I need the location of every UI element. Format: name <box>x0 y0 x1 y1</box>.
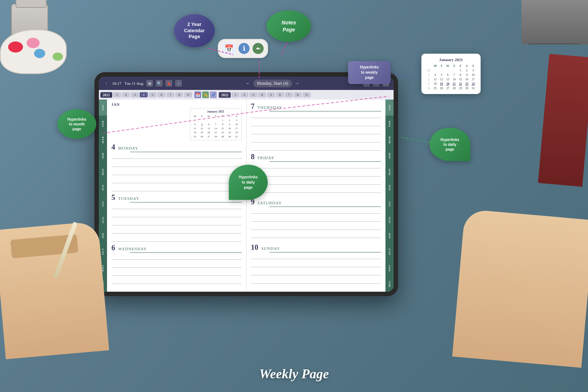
day-name-6: Wednesday <box>118 247 147 251</box>
day-entry-7: 7 Thursday <box>251 103 381 151</box>
mini-cal-title: January 2021 <box>192 110 240 113</box>
day-entry-10: 10 Sunday <box>251 244 381 287</box>
month-tab-r8[interactable]: 8 <box>294 92 302 97</box>
callout-daily-center-text: Hyperlinksto dailypage <box>239 175 258 190</box>
pen-icon[interactable]: ✒ <box>253 43 264 54</box>
day-number-7[interactable]: 7 <box>251 103 255 110</box>
mini-cal-popup-title: January 2021 <box>426 57 476 62</box>
month-tab-r1[interactable]: 1 <box>231 92 240 97</box>
day-number-4[interactable]: 4 <box>111 143 115 151</box>
info-icon[interactable]: ℹ <box>238 43 250 54</box>
month-tab-6[interactable]: 6 <box>157 92 166 97</box>
r-sidebar-apr[interactable]: APR <box>385 148 394 164</box>
month-tab-2[interactable]: 2 <box>122 92 130 97</box>
month-tab-7[interactable]: 7 <box>166 92 174 97</box>
bookmark-icon[interactable]: 🔖 <box>166 80 172 87</box>
sidebar-sep[interactable]: SEP <box>99 228 107 244</box>
year-tag-2021[interactable]: 2021 <box>100 92 112 98</box>
r-sidebar-aug[interactable]: AUG <box>385 212 394 228</box>
month-tab-5[interactable]: 5 <box>148 92 157 97</box>
sidebar-apr[interactable]: APR <box>99 148 107 164</box>
page-title: Weekly Page <box>259 366 329 382</box>
hand-right <box>452 209 588 368</box>
callout-daily-center-bubble: Hyperlinksto dailypage <box>229 165 268 200</box>
month-tab-1[interactable]: 1 <box>113 92 121 97</box>
day-name-9: Saturday <box>258 201 282 205</box>
r-sidebar-jun[interactable]: JUN <box>385 180 394 195</box>
month-tab-r3[interactable]: 3 <box>249 92 257 97</box>
topbar-date: Tue 11 Aug <box>124 81 143 86</box>
r-sidebar-dec[interactable]: DEC <box>385 276 394 292</box>
month-tab-r4[interactable]: 4 <box>258 92 266 97</box>
page-title-display[interactable]: Monday, Start (4) <box>253 80 292 87</box>
month-tab-r7[interactable]: 7 <box>285 92 293 97</box>
callout-daily-right-bubble: Hyperlinksto dailypage <box>430 128 470 161</box>
nav-back[interactable]: ‹ <box>103 80 109 86</box>
callout-monthly-text: Hyperlinksto monthpage <box>67 117 86 131</box>
month-tab-r2[interactable]: 2 <box>240 92 248 97</box>
calendar-icon[interactable]: 📅 <box>222 42 235 55</box>
day-number-10[interactable]: 10 <box>251 244 258 251</box>
month-tab-3[interactable]: 3 <box>131 92 139 97</box>
day-name-5: Tuesday <box>118 196 139 201</box>
day-number-8[interactable]: 8 <box>251 153 255 160</box>
sidebar-jun[interactable]: JUN <box>99 180 107 195</box>
stylus-left <box>53 221 78 278</box>
r-sidebar-feb[interactable]: FEB <box>385 115 394 131</box>
r-sidebar-sep[interactable]: SEP <box>385 228 394 244</box>
callout-monthly: Hyperlinksto monthpage <box>57 109 96 139</box>
day-entry-4: 4 Monday <box>111 143 242 191</box>
topbar-time: 16:17 <box>112 81 121 86</box>
day-number-5[interactable]: 5 <box>111 194 115 201</box>
callout-2year: 2 Year Calendar Page <box>174 14 215 47</box>
month-tab-r5[interactable]: 5 <box>267 92 275 97</box>
toolbar-icons-display: 📅 ℹ ✒ <box>218 39 268 58</box>
callout-monthly-bubble: Hyperlinksto monthpage <box>57 109 96 139</box>
sidebar-mar[interactable]: MAR <box>99 132 107 148</box>
search-icon[interactable]: 🔍 <box>156 80 163 87</box>
r-sidebar-may[interactable]: MAY <box>385 164 394 180</box>
tabs-row: 2021 1 2 3 4 5 6 7 8 9 📅 ✏️ 🖊️ 2022 1 2 … <box>99 90 394 100</box>
pen-tab-icon[interactable]: 🖊️ <box>210 91 217 98</box>
day-name-10: Sunday <box>261 246 280 251</box>
month-tab-8[interactable]: 8 <box>175 92 183 97</box>
r-sidebar-mar[interactable]: MAR <box>385 132 394 148</box>
month-tab-r9[interactable]: 9 <box>303 92 311 97</box>
callout-daily-right: Hyperlinksto dailypage <box>430 128 470 161</box>
art-supplies-area <box>0 0 104 81</box>
callout-daily-right-text: Hyperlinksto dailypage <box>440 137 459 152</box>
topbar-center: ← Monday, Start (4) → <box>246 80 300 87</box>
month-tab-4[interactable]: 4 <box>140 92 148 97</box>
day-entry-8: 8 Friday <box>251 153 381 196</box>
nav-fwd-arrow[interactable]: → <box>295 81 300 86</box>
r-sidebar-jan[interactable]: JAN <box>385 100 394 115</box>
r-sidebar-nov[interactable]: NOV <box>385 260 394 276</box>
grid-icon[interactable]: ⊞ <box>146 80 153 87</box>
callout-weekly-text: Hyperlinksto weeklypage <box>360 65 379 80</box>
paint-palette <box>0 30 67 74</box>
callout-weekly: Hyperlinksto weeklypage <box>348 61 391 84</box>
callout-weekly-bubble: Hyperlinksto weeklypage <box>348 61 391 84</box>
nav-back-arrow[interactable]: ← <box>246 81 250 86</box>
sidebar-feb[interactable]: FEB <box>99 115 107 131</box>
callout-notes-text: Notes Page <box>275 19 303 33</box>
share-icon[interactable]: ↑ <box>175 80 182 87</box>
r-sidebar-jul[interactable]: JUL <box>385 196 394 212</box>
right-month-sidebar: JAN FEB MAR APR MAY JUN JUL AUG SEP OCT … <box>385 100 394 292</box>
day-number-6[interactable]: 6 <box>111 244 115 251</box>
calendar-tab-icon[interactable]: 📅 <box>194 91 201 98</box>
edit-tab-icon[interactable]: ✏️ <box>202 91 209 98</box>
year-tag-2022[interactable]: 2022 <box>219 92 231 98</box>
sidebar-aug[interactable]: AUG <box>99 212 107 228</box>
sidebar-jan[interactable]: JAN <box>99 100 107 115</box>
hand-left <box>0 221 109 359</box>
sidebar-jul[interactable]: JUL <box>99 196 107 212</box>
notebook-top-right <box>521 0 588 44</box>
r-sidebar-oct[interactable]: OCT <box>385 244 394 259</box>
left-month-label: JAN <box>111 103 242 107</box>
month-tab-9[interactable]: 9 <box>184 92 192 97</box>
month-tab-r6[interactable]: 6 <box>276 92 284 97</box>
day-entry-5: 5 Tuesday <box>111 194 242 242</box>
day-name-4: Monday <box>118 146 138 150</box>
sidebar-may[interactable]: MAY <box>99 164 107 180</box>
